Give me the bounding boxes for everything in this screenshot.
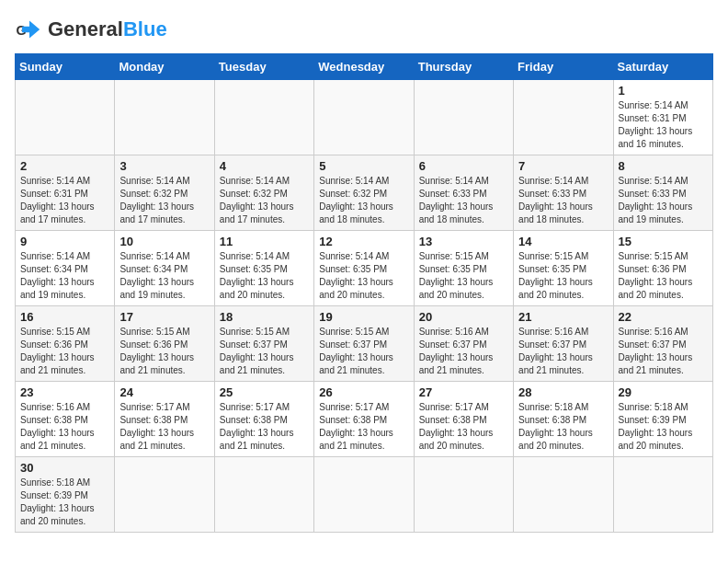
weekday-header-friday: Friday <box>514 54 613 80</box>
weekday-header-monday: Monday <box>115 54 214 80</box>
calendar-cell <box>115 80 214 155</box>
day-number: 8 <box>619 159 708 173</box>
day-number: 18 <box>220 310 309 324</box>
day-number: 23 <box>20 385 109 399</box>
day-number: 6 <box>419 159 508 173</box>
day-number: 16 <box>20 310 109 324</box>
header: G GeneralBlue <box>15 15 713 44</box>
calendar-cell: 20Sunrise: 5:16 AM Sunset: 6:37 PM Dayli… <box>414 306 513 382</box>
calendar-table: SundayMondayTuesdayWednesdayThursdayFrid… <box>15 53 713 533</box>
calendar-cell: 2Sunrise: 5:14 AM Sunset: 6:31 PM Daylig… <box>16 155 115 231</box>
calendar-cell: 29Sunrise: 5:18 AM Sunset: 6:39 PM Dayli… <box>613 382 712 457</box>
calendar-cell: 17Sunrise: 5:15 AM Sunset: 6:36 PM Dayli… <box>115 306 214 382</box>
calendar-cell: 13Sunrise: 5:15 AM Sunset: 6:35 PM Dayli… <box>414 231 513 306</box>
day-number: 1 <box>619 84 708 98</box>
week-row-3: 9Sunrise: 5:14 AM Sunset: 6:34 PM Daylig… <box>16 231 713 306</box>
day-number: 20 <box>419 310 508 324</box>
day-number: 28 <box>518 385 608 399</box>
calendar-cell <box>514 80 613 155</box>
day-number: 25 <box>220 385 309 399</box>
calendar-cell: 11Sunrise: 5:14 AM Sunset: 6:35 PM Dayli… <box>214 231 313 306</box>
calendar-cell: 7Sunrise: 5:14 AM Sunset: 6:33 PM Daylig… <box>514 155 613 231</box>
day-info: Sunrise: 5:14 AM Sunset: 6:33 PM Dayligh… <box>619 175 708 226</box>
day-info: Sunrise: 5:14 AM Sunset: 6:34 PM Dayligh… <box>119 250 209 302</box>
day-info: Sunrise: 5:15 AM Sunset: 6:35 PM Dayligh… <box>419 250 508 302</box>
day-info: Sunrise: 5:17 AM Sunset: 6:38 PM Dayligh… <box>319 401 408 453</box>
calendar-cell: 26Sunrise: 5:17 AM Sunset: 6:38 PM Dayli… <box>314 382 414 457</box>
week-row-2: 2Sunrise: 5:14 AM Sunset: 6:31 PM Daylig… <box>16 155 713 231</box>
day-number: 10 <box>119 235 209 248</box>
calendar-cell: 28Sunrise: 5:18 AM Sunset: 6:38 PM Dayli… <box>514 382 613 457</box>
day-number: 11 <box>220 235 309 248</box>
weekday-header-row: SundayMondayTuesdayWednesdayThursdayFrid… <box>16 54 713 80</box>
day-info: Sunrise: 5:15 AM Sunset: 6:36 PM Dayligh… <box>619 250 708 302</box>
day-info: Sunrise: 5:15 AM Sunset: 6:35 PM Dayligh… <box>518 250 608 302</box>
calendar-cell: 16Sunrise: 5:15 AM Sunset: 6:36 PM Dayli… <box>16 306 115 382</box>
day-info: Sunrise: 5:14 AM Sunset: 6:33 PM Dayligh… <box>518 175 608 226</box>
calendar-cell: 12Sunrise: 5:14 AM Sunset: 6:35 PM Dayli… <box>314 231 414 306</box>
calendar-cell: 9Sunrise: 5:14 AM Sunset: 6:34 PM Daylig… <box>16 231 115 306</box>
calendar-cell: 5Sunrise: 5:14 AM Sunset: 6:32 PM Daylig… <box>314 155 414 231</box>
calendar-cell <box>16 80 115 155</box>
week-row-1: 1Sunrise: 5:14 AM Sunset: 6:31 PM Daylig… <box>16 80 713 155</box>
day-number: 30 <box>20 461 109 475</box>
calendar-cell <box>414 457 513 533</box>
day-number: 27 <box>419 385 508 399</box>
day-info: Sunrise: 5:14 AM Sunset: 6:31 PM Dayligh… <box>619 99 708 151</box>
day-number: 15 <box>619 235 708 248</box>
day-number: 2 <box>20 159 109 173</box>
weekday-header-thursday: Thursday <box>414 54 513 80</box>
calendar-cell: 6Sunrise: 5:14 AM Sunset: 6:33 PM Daylig… <box>414 155 513 231</box>
week-row-4: 16Sunrise: 5:15 AM Sunset: 6:36 PM Dayli… <box>16 306 713 382</box>
calendar-cell: 27Sunrise: 5:17 AM Sunset: 6:38 PM Dayli… <box>414 382 513 457</box>
day-number: 21 <box>518 310 608 324</box>
calendar-cell: 24Sunrise: 5:17 AM Sunset: 6:38 PM Dayli… <box>115 382 214 457</box>
day-info: Sunrise: 5:14 AM Sunset: 6:32 PM Dayligh… <box>220 175 309 226</box>
calendar-cell <box>214 80 313 155</box>
week-row-6: 30Sunrise: 5:18 AM Sunset: 6:39 PM Dayli… <box>16 457 713 533</box>
day-info: Sunrise: 5:17 AM Sunset: 6:38 PM Dayligh… <box>119 401 209 453</box>
calendar-cell: 30Sunrise: 5:18 AM Sunset: 6:39 PM Dayli… <box>16 457 115 533</box>
day-info: Sunrise: 5:18 AM Sunset: 6:39 PM Dayligh… <box>20 477 109 528</box>
day-info: Sunrise: 5:14 AM Sunset: 6:34 PM Dayligh… <box>20 250 109 302</box>
calendar-cell: 10Sunrise: 5:14 AM Sunset: 6:34 PM Dayli… <box>115 231 214 306</box>
day-info: Sunrise: 5:15 AM Sunset: 6:37 PM Dayligh… <box>319 326 408 377</box>
calendar-cell <box>613 457 712 533</box>
generalblue-logo-icon: G <box>15 15 44 44</box>
weekday-header-tuesday: Tuesday <box>214 54 313 80</box>
calendar-cell: 3Sunrise: 5:14 AM Sunset: 6:32 PM Daylig… <box>115 155 214 231</box>
calendar-cell: 22Sunrise: 5:16 AM Sunset: 6:37 PM Dayli… <box>613 306 712 382</box>
week-row-5: 23Sunrise: 5:16 AM Sunset: 6:38 PM Dayli… <box>16 382 713 457</box>
day-info: Sunrise: 5:15 AM Sunset: 6:37 PM Dayligh… <box>220 326 309 377</box>
day-info: Sunrise: 5:14 AM Sunset: 6:32 PM Dayligh… <box>319 175 408 226</box>
day-info: Sunrise: 5:15 AM Sunset: 6:36 PM Dayligh… <box>119 326 209 377</box>
day-number: 13 <box>419 235 508 248</box>
calendar-cell <box>514 457 613 533</box>
day-info: Sunrise: 5:14 AM Sunset: 6:32 PM Dayligh… <box>119 175 209 226</box>
logo-text: GeneralBlue <box>48 19 167 40</box>
day-number: 4 <box>220 159 309 173</box>
calendar-cell: 15Sunrise: 5:15 AM Sunset: 6:36 PM Dayli… <box>613 231 712 306</box>
calendar-cell: 19Sunrise: 5:15 AM Sunset: 6:37 PM Dayli… <box>314 306 414 382</box>
day-number: 22 <box>619 310 708 324</box>
day-number: 26 <box>319 385 408 399</box>
day-info: Sunrise: 5:18 AM Sunset: 6:38 PM Dayligh… <box>518 401 608 453</box>
calendar-cell <box>115 457 214 533</box>
calendar-cell <box>314 457 414 533</box>
day-number: 7 <box>518 159 608 173</box>
calendar-cell <box>214 457 313 533</box>
weekday-header-sunday: Sunday <box>16 54 115 80</box>
day-number: 12 <box>319 235 408 248</box>
calendar-cell: 4Sunrise: 5:14 AM Sunset: 6:32 PM Daylig… <box>214 155 313 231</box>
day-info: Sunrise: 5:16 AM Sunset: 6:38 PM Dayligh… <box>20 401 109 453</box>
weekday-header-wednesday: Wednesday <box>314 54 414 80</box>
day-number: 17 <box>119 310 209 324</box>
day-info: Sunrise: 5:18 AM Sunset: 6:39 PM Dayligh… <box>619 401 708 453</box>
logo: G GeneralBlue <box>15 15 167 44</box>
day-info: Sunrise: 5:16 AM Sunset: 6:37 PM Dayligh… <box>619 326 708 377</box>
day-info: Sunrise: 5:15 AM Sunset: 6:36 PM Dayligh… <box>20 326 109 377</box>
day-number: 3 <box>119 159 209 173</box>
day-number: 5 <box>319 159 408 173</box>
day-info: Sunrise: 5:17 AM Sunset: 6:38 PM Dayligh… <box>220 401 309 453</box>
calendar-cell: 23Sunrise: 5:16 AM Sunset: 6:38 PM Dayli… <box>16 382 115 457</box>
